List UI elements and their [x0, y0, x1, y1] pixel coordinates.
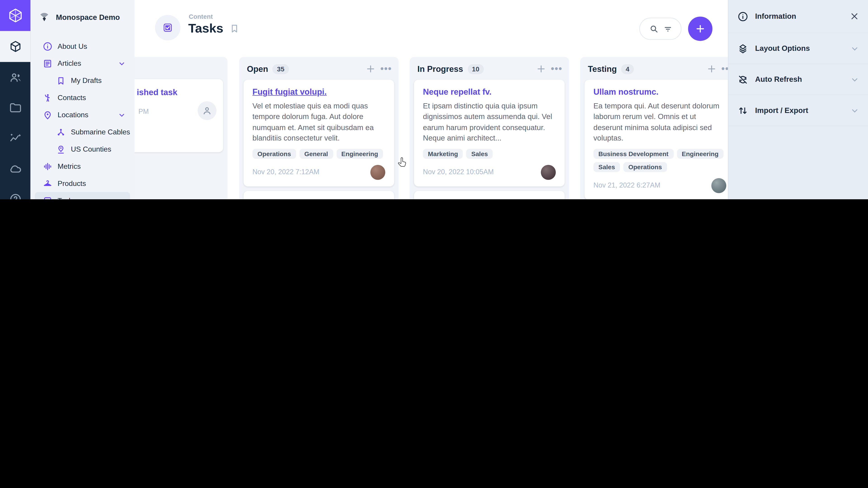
panel-section-information[interactable]: Information	[728, 0, 868, 33]
column-name: In Progress	[417, 64, 463, 74]
panel-section-layout-options[interactable]: Layout Options	[728, 33, 868, 64]
assignee-avatar[interactable]	[711, 178, 726, 193]
panel-section-auto-refresh[interactable]: Auto Refresh	[728, 64, 868, 95]
tag: Sales	[593, 162, 620, 172]
cloud-module-icon[interactable]	[0, 153, 31, 184]
map-pin-icon	[43, 110, 53, 120]
sidebar-item-about-us[interactable]: About Us	[35, 38, 130, 55]
task-card[interactable]: Sequi aliquid consequatur nemo volupw. P…	[244, 191, 394, 199]
header-actions	[640, 17, 712, 41]
equalizer-icon	[43, 161, 53, 171]
collection-icon-button[interactable]	[155, 15, 181, 40]
sidebar-item-tasks[interactable]: Tasks	[35, 192, 130, 199]
task-card-partial[interactable]: ished task PM	[134, 79, 223, 152]
workspace-header[interactable]: Monospace Demo	[31, 0, 134, 34]
sidebar-item-submarine-cables[interactable]: Submarine Cables	[35, 123, 130, 140]
search-filter-pill[interactable]	[640, 18, 682, 40]
module-content-active[interactable]	[0, 31, 31, 62]
place-icon	[56, 144, 66, 154]
tag: Engineering	[336, 149, 383, 159]
fan-icon	[38, 11, 51, 23]
sidebar-item-products[interactable]: Products	[35, 175, 130, 192]
task-title: Neque repellat fv.	[423, 87, 556, 97]
sidebar-item-locations[interactable]: Locations	[35, 106, 130, 123]
sidebar-item-label: Articles	[58, 59, 113, 68]
close-icon[interactable]	[850, 11, 859, 21]
task-date: Nov 20, 2022 10:05AM	[423, 168, 494, 176]
column-in-progress: In Progress 10 ••• Neque repellat fv. Et…	[410, 57, 569, 199]
tag: Operations	[623, 162, 667, 172]
task-title: Fugit fugiat volupi.	[252, 87, 385, 97]
checkbox-icon	[162, 22, 174, 34]
help-module-icon[interactable]	[0, 184, 31, 199]
sidebar-item-label: Locations	[58, 111, 113, 119]
task-date: Nov 21, 2022 6:27AM	[593, 182, 660, 189]
tag: Marketing	[423, 149, 463, 159]
panel-section-label: Import / Export	[755, 106, 844, 115]
import-export-icon	[737, 105, 748, 116]
assignee-avatar[interactable]	[370, 165, 385, 180]
panel-section-label: Auto Refresh	[755, 75, 844, 84]
cube-logo-icon	[7, 7, 24, 24]
assignee-avatar[interactable]	[541, 165, 556, 180]
bookmark-outline-icon[interactable]	[229, 23, 240, 34]
column-add-icon[interactable]	[366, 64, 376, 74]
panel-section-label: Layout Options	[755, 44, 844, 53]
right-sidebar: Information Layout Options Auto Refresh …	[728, 0, 868, 199]
panel-section-import-export[interactable]: Import / Export	[728, 95, 868, 126]
bookmark-icon	[56, 75, 66, 86]
page-title: Tasks	[188, 21, 223, 36]
column-header: Testing 4 •••	[580, 57, 728, 78]
task-card[interactable]: Ullam nostrumc. Ea tempora qui. Aut dese…	[585, 80, 728, 199]
column-menu-icon[interactable]: •••	[380, 66, 392, 72]
column-testing: Testing 4 ••• Ullam nostrumc. Ea tempora…	[580, 57, 728, 199]
insights-module-icon[interactable]	[0, 123, 31, 153]
chevron-down-icon[interactable]	[118, 59, 126, 67]
kanban-board: ished task PM Open 35 •••	[134, 55, 728, 199]
column-count-badge: 4	[621, 64, 634, 74]
sidebar-item-label: Tasks	[58, 196, 126, 199]
task-title: Sequi aliquid consequatur nemo volupw.	[252, 198, 385, 199]
column-menu-icon[interactable]: •••	[551, 66, 562, 72]
tag-list: Business DevelopmentEngineeringSalesOper…	[593, 149, 726, 172]
column-add-icon[interactable]	[706, 64, 717, 74]
column-add-icon[interactable]	[536, 64, 547, 74]
task-description: Et ipsam distinctio quia quia ipsum dign…	[423, 101, 556, 143]
sidebar-item-us-counties[interactable]: US Counties	[35, 140, 130, 158]
person-wave-icon	[43, 93, 53, 103]
chevron-down-icon	[850, 75, 859, 84]
task-card[interactable]: Sequi magnam maiores fugy. Veniam commod…	[414, 191, 565, 199]
column-header: Open 35 •••	[239, 57, 399, 78]
add-task-button[interactable]	[688, 17, 712, 41]
sync-disabled-icon	[737, 74, 748, 85]
hanger-icon	[43, 178, 53, 188]
search-icon[interactable]	[649, 24, 658, 34]
sidebar-item-contacts[interactable]: Contacts	[35, 89, 130, 106]
files-module-icon[interactable]	[0, 92, 31, 123]
filter-icon[interactable]	[663, 24, 673, 34]
network-icon	[56, 127, 66, 137]
tag: General	[299, 149, 333, 159]
tag-list: OperationsGeneralEngineering	[252, 149, 385, 159]
users-module-icon[interactable]	[0, 62, 31, 92]
column-name: Open	[247, 64, 268, 74]
chevron-down-icon[interactable]	[118, 111, 126, 119]
sidebar-item-articles[interactable]: Articles	[35, 55, 130, 72]
column-header: In Progress 10 •••	[410, 57, 569, 78]
column-menu-icon[interactable]: •••	[721, 66, 728, 72]
app-logo[interactable]	[0, 0, 31, 31]
task-card[interactable]: Neque repellat fv. Et ipsam distinctio q…	[414, 80, 565, 186]
column-partial: ished task PM	[134, 57, 227, 199]
layers-icon	[737, 43, 748, 54]
task-card[interactable]: Fugit fugiat volupi. Vel et molestiae qu…	[244, 80, 394, 186]
tag: Engineering	[677, 149, 723, 159]
plus-icon	[694, 23, 706, 34]
article-icon	[43, 58, 53, 68]
content-module-icon	[8, 40, 22, 53]
chevron-down-icon	[850, 106, 859, 115]
directus-app-window: Monospace Demo About Us Articles My Draf…	[0, 0, 868, 199]
sidebar-item-label: Products	[58, 179, 126, 188]
sidebar-item-metrics[interactable]: Metrics	[35, 158, 130, 175]
sidebar-item-my-drafts[interactable]: My Drafts	[35, 72, 130, 89]
column-name: Testing	[588, 64, 617, 74]
